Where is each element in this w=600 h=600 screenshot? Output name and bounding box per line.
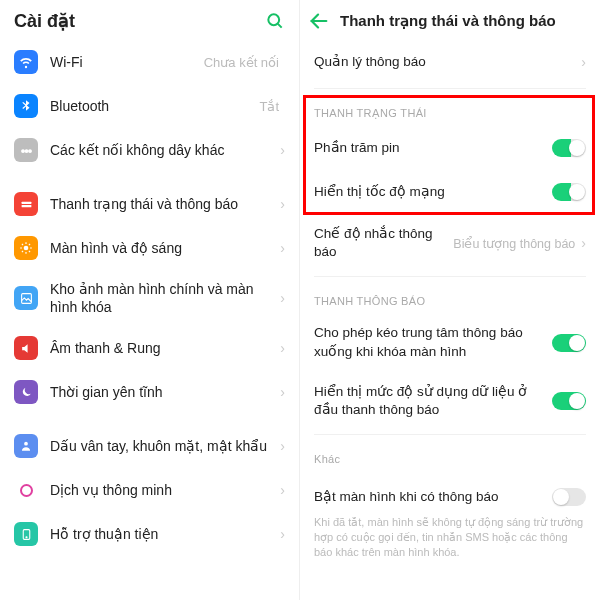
reminder-mode-row[interactable]: Chế độ nhắc thông báo Biểu tượng thông b… bbox=[300, 214, 600, 272]
sound-row[interactable]: Âm thanh & Rung › bbox=[0, 326, 299, 370]
battery-percent-label: Phần trăm pin bbox=[314, 139, 552, 157]
svg-point-4 bbox=[24, 246, 29, 251]
back-icon[interactable] bbox=[308, 10, 330, 32]
chevron-right-icon: › bbox=[280, 240, 285, 256]
wireless-row[interactable]: ••• Các kết nối không dây khác › bbox=[0, 128, 299, 172]
bluetooth-label: Bluetooth bbox=[50, 97, 259, 115]
biometric-row[interactable]: Dấu vân tay, khuôn mặt, mật khẩu › bbox=[0, 424, 299, 468]
divider bbox=[314, 434, 586, 435]
svg-line-12 bbox=[29, 244, 30, 245]
smart-icon bbox=[14, 478, 38, 502]
convenience-label: Hỗ trợ thuận tiện bbox=[50, 525, 280, 543]
fingerprint-icon bbox=[14, 434, 38, 458]
wireless-label: Các kết nối không dây khác bbox=[50, 141, 280, 159]
wifi-row[interactable]: Wi-Fi Chưa kết nối bbox=[0, 40, 299, 84]
wifi-label: Wi-Fi bbox=[50, 53, 204, 71]
chevron-right-icon: › bbox=[581, 235, 586, 251]
svg-point-16 bbox=[25, 537, 26, 538]
netspeed-toggle[interactable] bbox=[552, 183, 586, 201]
chevron-right-icon: › bbox=[280, 438, 285, 454]
divider bbox=[314, 276, 586, 277]
chevron-right-icon: › bbox=[280, 196, 285, 212]
smart-row[interactable]: Dịch vụ thông minh › bbox=[0, 468, 299, 512]
smart-label: Dịch vụ thông minh bbox=[50, 481, 280, 499]
quiet-row[interactable]: Thời gian yên tĩnh › bbox=[0, 370, 299, 414]
svg-line-11 bbox=[22, 251, 23, 252]
search-icon[interactable] bbox=[265, 11, 285, 31]
chevron-right-icon: › bbox=[280, 340, 285, 356]
left-header: Cài đặt bbox=[0, 0, 299, 40]
convenience-row[interactable]: Hỗ trợ thuận tiện › bbox=[0, 512, 299, 556]
convenience-icon bbox=[14, 522, 38, 546]
datausage-label: Hiển thị mức độ sử dụng dữ liệu ở đầu th… bbox=[314, 383, 552, 419]
sound-icon bbox=[14, 336, 38, 360]
svg-point-14 bbox=[24, 442, 28, 446]
moon-icon bbox=[14, 380, 38, 404]
brightness-icon bbox=[14, 236, 38, 260]
reminder-label: Chế độ nhắc thông báo bbox=[314, 225, 453, 261]
notification-icon bbox=[14, 192, 38, 216]
wake-screen-row[interactable]: Bật màn hình khi có thông báo bbox=[300, 471, 600, 515]
pulldown-toggle[interactable] bbox=[552, 334, 586, 352]
wifi-icon bbox=[14, 50, 38, 74]
quiet-label: Thời gian yên tĩnh bbox=[50, 383, 280, 401]
chevron-right-icon: › bbox=[280, 482, 285, 498]
svg-line-10 bbox=[29, 251, 30, 252]
divider bbox=[314, 88, 586, 89]
network-speed-row[interactable]: Hiển thị tốc độ mạng bbox=[300, 170, 600, 214]
bluetooth-icon bbox=[14, 94, 38, 118]
datausage-row[interactable]: Hiển thị mức độ sử dụng dữ liệu ở đầu th… bbox=[300, 372, 600, 430]
detail-title: Thanh trạng thái và thông báo bbox=[340, 12, 556, 30]
status-row[interactable]: Thanh trạng thái và thông báo › bbox=[0, 182, 299, 226]
page-title: Cài đặt bbox=[14, 10, 75, 32]
wallpaper-icon bbox=[14, 286, 38, 310]
svg-point-0 bbox=[268, 14, 279, 25]
wireless-icon: ••• bbox=[14, 138, 38, 162]
display-row[interactable]: Màn hình và độ sáng › bbox=[0, 226, 299, 270]
group-notification-bar: THANH THÔNG BÁO bbox=[300, 281, 600, 313]
pulldown-row[interactable]: Cho phép kéo trung tâm thông báo xuống k… bbox=[300, 313, 600, 371]
group-status-bar: THANH TRẠNG THÁI bbox=[300, 93, 600, 126]
display-label: Màn hình và độ sáng bbox=[50, 239, 280, 257]
sound-label: Âm thanh & Rung bbox=[50, 339, 280, 357]
manage-label: Quản lý thông báo bbox=[314, 53, 581, 71]
bluetooth-value: Tắt bbox=[259, 99, 279, 114]
wifi-value: Chưa kết nối bbox=[204, 55, 279, 70]
wake-label: Bật màn hình khi có thông báo bbox=[314, 488, 552, 506]
bluetooth-row[interactable]: Bluetooth Tắt bbox=[0, 84, 299, 128]
chevron-right-icon: › bbox=[581, 54, 586, 70]
biometric-label: Dấu vân tay, khuôn mặt, mật khẩu bbox=[50, 437, 280, 455]
battery-toggle[interactable] bbox=[552, 139, 586, 157]
chevron-right-icon: › bbox=[280, 142, 285, 158]
status-label: Thanh trạng thái và thông báo bbox=[50, 195, 280, 213]
svg-rect-2 bbox=[21, 201, 31, 203]
right-header: Thanh trạng thái và thông báo bbox=[300, 0, 600, 40]
manage-notifications-row[interactable]: Quản lý thông báo › bbox=[300, 40, 600, 84]
network-speed-label: Hiển thị tốc độ mạng bbox=[314, 183, 552, 201]
chevron-right-icon: › bbox=[280, 526, 285, 542]
battery-percent-row[interactable]: Phần trăm pin bbox=[300, 126, 600, 170]
group-other: Khác bbox=[300, 439, 600, 471]
wake-description: Khi đã tắt, màn hình sẽ không tự động sá… bbox=[300, 515, 600, 574]
wallpaper-row[interactable]: Kho ảnh màn hình chính và màn hình khóa … bbox=[0, 270, 299, 326]
wallpaper-label: Kho ảnh màn hình chính và màn hình khóa bbox=[50, 280, 280, 316]
wake-toggle[interactable] bbox=[552, 488, 586, 506]
detail-pane: Thanh trạng thái và thông báo Quản lý th… bbox=[300, 0, 600, 600]
chevron-right-icon: › bbox=[280, 290, 285, 306]
chevron-right-icon: › bbox=[280, 384, 285, 400]
svg-line-1 bbox=[278, 24, 282, 28]
pulldown-label: Cho phép kéo trung tâm thông báo xuống k… bbox=[314, 324, 552, 360]
datausage-toggle[interactable] bbox=[552, 392, 586, 410]
svg-rect-3 bbox=[21, 205, 31, 207]
svg-line-9 bbox=[22, 244, 23, 245]
reminder-value: Biểu tượng thông báo bbox=[453, 236, 575, 251]
settings-pane: Cài đặt Wi-Fi Chưa kết nối Bluetooth Tắt… bbox=[0, 0, 300, 600]
